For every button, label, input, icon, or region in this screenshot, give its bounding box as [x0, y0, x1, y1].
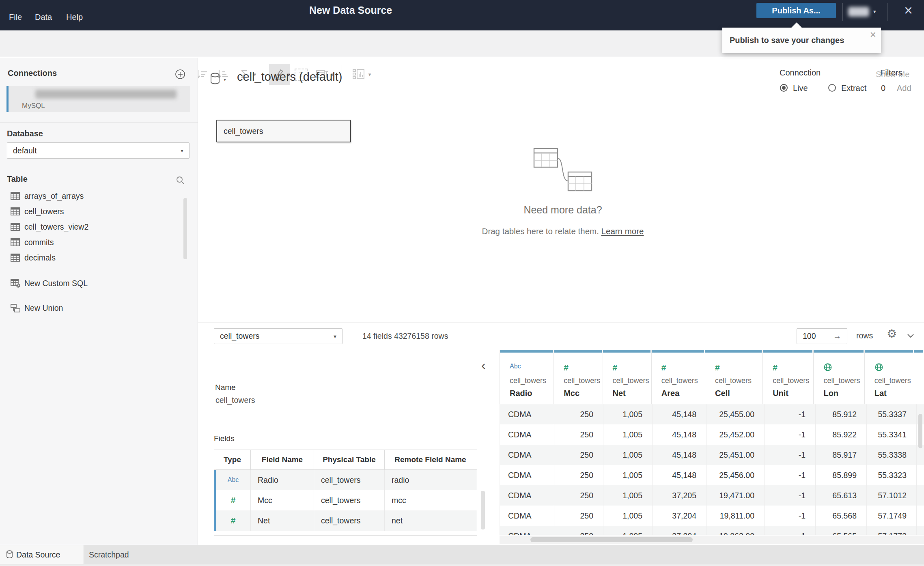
- column-field-name: Lon: [823, 389, 864, 398]
- column-accent-strip: [814, 350, 863, 353]
- physical-table-cell: cell_towers: [314, 470, 385, 490]
- datasource-caret-icon[interactable]: ▾: [224, 77, 226, 82]
- grid-cell: 250: [554, 485, 603, 506]
- extract-radio[interactable]: [828, 84, 836, 92]
- grid-options-chevron-icon[interactable]: [907, 333, 915, 340]
- field-name-cell: Net: [251, 510, 314, 531]
- grid-cell: 250: [554, 424, 603, 445]
- grid-cell: -1: [765, 465, 816, 485]
- grid-column-header[interactable]: #cell_towersUnit: [763, 350, 814, 404]
- show-me-panel-icon[interactable]: [350, 66, 368, 83]
- tooltip-close-icon[interactable]: ×: [870, 28, 876, 41]
- grid-cell: 57.1012: [867, 485, 917, 506]
- grid-row: CDMA2501,00545,14825,452.00-185.92255.33…: [500, 424, 924, 445]
- table-icon: [11, 238, 24, 246]
- grid-column-header[interactable]: cell_towersLat: [865, 350, 914, 404]
- number-type-icon: #: [661, 363, 705, 375]
- row-count-input[interactable]: 100 →: [797, 328, 847, 344]
- grid-column-header[interactable]: #cell_towersArea: [652, 350, 705, 404]
- field-row[interactable]: #Mcccell_towersmcc: [214, 490, 477, 510]
- column-field-name: Mcc: [564, 389, 602, 398]
- fields-table: Type Field Name Physical Table Remote Fi…: [214, 450, 477, 536]
- tab-scratchpad[interactable]: Scratchpad: [84, 545, 165, 564]
- database-select[interactable]: default ▾: [7, 142, 190, 159]
- live-label[interactable]: Live: [793, 84, 808, 93]
- horizontal-scrollbar[interactable]: [500, 536, 924, 544]
- menu-data[interactable]: Data: [35, 13, 52, 22]
- empty-state-title: Need more data?: [470, 204, 656, 216]
- avatar[interactable]: [848, 7, 869, 17]
- grid-column-header[interactable]: #cell_towersMcc: [554, 350, 603, 404]
- datasource-cylinder-icon[interactable]: [210, 73, 220, 86]
- grid-cell: 250: [554, 506, 603, 526]
- filters-label: Filters: [880, 68, 902, 77]
- menu-help[interactable]: Help: [66, 13, 83, 22]
- connections-heading: Connections: [8, 69, 57, 78]
- sidebar-table-item[interactable]: decimals: [0, 250, 183, 265]
- grid-column-header[interactable]: Abccell_towersRadio: [500, 350, 554, 404]
- grid-cell: 37,204: [653, 526, 706, 535]
- grid-column-header[interactable]: #cell_towersCell: [705, 350, 763, 404]
- column-table-name: cell_towers: [564, 377, 602, 385]
- grid-cell: 57.1773: [867, 526, 917, 535]
- string-type-icon: Abc: [510, 363, 554, 375]
- apply-rows-arrow-icon[interactable]: →: [833, 331, 841, 341]
- data-source-tab-icon: [6, 550, 13, 560]
- column-accent-strip: [603, 350, 650, 353]
- table-icon: [11, 254, 24, 262]
- grid-cell: 55.3337: [867, 404, 917, 424]
- table-name: cell_towers: [24, 207, 64, 216]
- add-filter-link[interactable]: Add: [897, 84, 911, 93]
- table-name: cell_towers_view2: [24, 222, 88, 232]
- number-type-icon: #: [231, 516, 236, 525]
- extract-label[interactable]: Extract: [841, 84, 866, 93]
- menu-file[interactable]: File: [9, 13, 22, 22]
- tab-data-source[interactable]: Data Source: [0, 545, 84, 564]
- database-heading: Database: [7, 129, 43, 138]
- table-heading: Table: [7, 174, 28, 184]
- show-me-caret-icon[interactable]: ▾: [366, 66, 373, 83]
- column-table-name: cell_towers: [661, 377, 705, 385]
- grid-cell: CDMA: [500, 526, 554, 535]
- new-union-label: New Union: [24, 303, 63, 313]
- vertical-scrollbar-thumb[interactable]: [918, 414, 922, 448]
- grid-settings-gear-icon[interactable]: ⚙: [887, 327, 897, 340]
- fields-scrollbar-thumb[interactable]: [481, 491, 485, 529]
- avatar-caret-icon[interactable]: ▾: [873, 9, 876, 15]
- table-node[interactable]: cell_towers: [216, 120, 351, 142]
- publish-as-button[interactable]: Publish As...: [756, 3, 836, 18]
- search-icon[interactable]: [176, 176, 185, 186]
- sidebar-scrollbar-thumb[interactable]: [183, 198, 187, 259]
- grid-cell: 45,148: [653, 424, 706, 445]
- column-table-name: cell_towers: [773, 377, 813, 385]
- sidebar-table-item[interactable]: commits: [0, 235, 183, 250]
- grid-cell: 1,005: [603, 465, 653, 485]
- grid-row: CDMA2501,00545,14825,455.00-185.91255.33…: [500, 404, 924, 424]
- live-radio[interactable]: [780, 84, 788, 92]
- fields-col-remote-field-name: Remote Field Name: [385, 450, 476, 469]
- field-row[interactable]: #Netcell_towersnet: [214, 510, 477, 531]
- name-input[interactable]: cell_towers: [214, 396, 488, 410]
- title-bar: File Data Help New Data Source Publish A…: [0, 0, 924, 30]
- close-window-icon[interactable]: ×: [904, 3, 913, 18]
- new-union-item[interactable]: New Union: [0, 300, 181, 316]
- grid-cell: 37,205: [653, 485, 706, 506]
- horizontal-scrollbar-thumb[interactable]: [530, 537, 693, 542]
- preview-table-value: cell_towers: [214, 331, 260, 341]
- preview-table-select[interactable]: cell_towers ▾: [214, 328, 342, 344]
- collapse-panel-icon[interactable]: ‹: [481, 359, 486, 372]
- grid-column-header[interactable]: #cell_towersNet: [603, 350, 652, 404]
- sidebar-table-item[interactable]: cell_towers_view2: [0, 219, 183, 235]
- field-type-cell: #: [216, 490, 251, 510]
- add-connection-icon[interactable]: [175, 69, 185, 81]
- number-type-icon: #: [564, 363, 602, 375]
- grid-cell: 45,148: [653, 445, 706, 465]
- learn-more-link[interactable]: Learn more: [601, 226, 644, 236]
- status-bar: [0, 564, 924, 566]
- new-custom-sql-item[interactable]: New Custom SQL: [0, 275, 181, 291]
- sidebar-table-item[interactable]: cell_towers: [0, 204, 183, 219]
- field-row[interactable]: AbcRadiocell_towersradio: [214, 470, 477, 490]
- grid-column-header[interactable]: cell_towersLon: [814, 350, 864, 404]
- sidebar-table-item[interactable]: arrays_of_arrays: [0, 188, 183, 204]
- number-type-icon: #: [231, 495, 236, 505]
